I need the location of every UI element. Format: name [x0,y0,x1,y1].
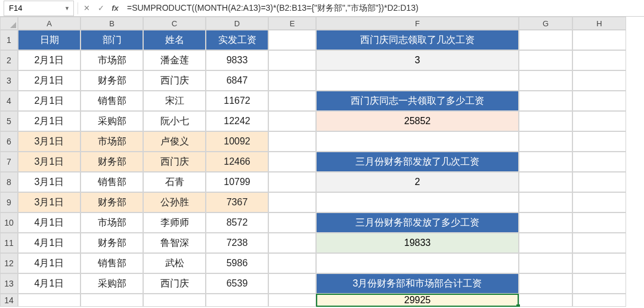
column-header-D[interactable]: D [206,17,268,30]
column-header-E[interactable]: E [268,17,316,30]
cell-H9[interactable] [572,192,626,212]
column-header-G[interactable]: G [519,17,572,30]
cell-A7[interactable]: 3月1日 [18,152,80,172]
cell-E3[interactable] [268,70,316,91]
column-header-B[interactable]: B [80,17,143,30]
cell-A11[interactable]: 4月1日 [18,233,80,253]
cancel-icon[interactable]: ✕ [79,1,94,16]
cell-D4[interactable]: 11672 [206,91,268,111]
cell-G12[interactable] [519,253,572,273]
cell-A10[interactable]: 4月1日 [18,212,80,233]
cell-A1[interactable]: 日期 [18,30,80,50]
cell-C9[interactable]: 公孙胜 [143,192,206,212]
row-header-8[interactable]: 8 [0,172,18,192]
cell-E1[interactable] [268,30,316,50]
cell-G11[interactable] [519,233,572,253]
cell-F12[interactable] [316,253,519,273]
cell-G14[interactable] [519,294,572,307]
select-all-corner[interactable] [0,17,18,30]
cell-C2[interactable]: 潘金莲 [143,50,206,70]
cell-E9[interactable] [268,192,316,212]
name-box[interactable]: F14 ▼ [4,1,74,16]
cell-D3[interactable]: 6847 [206,70,268,91]
confirm-icon[interactable]: ✓ [94,1,108,16]
cell-E11[interactable] [268,233,316,253]
column-header-F[interactable]: F [316,17,519,30]
cell-D10[interactable]: 8572 [206,212,268,233]
cell-F2[interactable]: 3 [316,50,519,70]
row-header-3[interactable]: 3 [0,70,18,91]
cell-A3[interactable]: 2月1日 [18,70,80,91]
cell-C10[interactable]: 李师师 [143,212,206,233]
cell-C11[interactable]: 鲁智深 [143,233,206,253]
cell-H12[interactable] [572,253,626,273]
cell-A13[interactable]: 4月1日 [18,273,80,294]
cell-D13[interactable]: 6539 [206,273,268,294]
cell-G10[interactable] [519,212,572,233]
cell-F8[interactable]: 2 [316,172,519,192]
cell-E13[interactable] [268,273,316,294]
row-header-9[interactable]: 9 [0,192,18,212]
cell-E4[interactable] [268,91,316,111]
row-header-14[interactable]: 14 [0,294,18,307]
cell-A4[interactable]: 2月1日 [18,91,80,111]
cell-D2[interactable]: 9833 [206,50,268,70]
cell-F6[interactable] [316,131,519,152]
cell-G9[interactable] [519,192,572,212]
cell-B14[interactable] [80,294,143,307]
cell-D5[interactable]: 12242 [206,111,268,131]
cell-A8[interactable]: 3月1日 [18,172,80,192]
cell-E14[interactable] [268,294,316,307]
cell-B2[interactable]: 市场部 [80,50,143,70]
cell-H5[interactable] [572,111,626,131]
cell-H8[interactable] [572,172,626,192]
row-header-11[interactable]: 11 [0,233,18,253]
cell-G13[interactable] [519,273,572,294]
row-header-5[interactable]: 5 [0,111,18,131]
row-header-10[interactable]: 10 [0,212,18,233]
cell-H7[interactable] [572,152,626,172]
cell-B10[interactable]: 市场部 [80,212,143,233]
cell-H14[interactable] [572,294,626,307]
cell-H6[interactable] [572,131,626,152]
cell-E8[interactable] [268,172,316,192]
cell-C5[interactable]: 阮小七 [143,111,206,131]
cell-H11[interactable] [572,233,626,253]
cell-A14[interactable] [18,294,80,307]
cell-C7[interactable]: 西门庆 [143,152,206,172]
cell-F11[interactable]: 19833 [316,233,519,253]
cell-C3[interactable]: 西门庆 [143,70,206,91]
cell-B6[interactable]: 市场部 [80,131,143,152]
cell-B13[interactable]: 采购部 [80,273,143,294]
cell-G7[interactable] [519,152,572,172]
cell-B8[interactable]: 销售部 [80,172,143,192]
cell-D9[interactable]: 7367 [206,192,268,212]
cell-E5[interactable] [268,111,316,131]
cell-H13[interactable] [572,273,626,294]
cell-F14[interactable]: 29925 [316,294,519,307]
row-header-7[interactable]: 7 [0,152,18,172]
row-header-2[interactable]: 2 [0,50,18,70]
row-header-1[interactable]: 1 [0,30,18,50]
row-header-12[interactable]: 12 [0,253,18,273]
cell-F1[interactable]: 西门庆同志领取了几次工资 [316,30,519,50]
cell-F10[interactable]: 三月份财务部发放了多少工资 [316,212,519,233]
cell-D14[interactable] [206,294,268,307]
fx-icon[interactable]: fx [108,1,122,16]
cell-F7[interactable]: 三月份财务部发放了几次工资 [316,152,519,172]
cell-C13[interactable]: 西门庆 [143,273,206,294]
row-header-13[interactable]: 13 [0,273,18,294]
column-header-C[interactable]: C [143,17,206,30]
cell-B11[interactable]: 财务部 [80,233,143,253]
cell-G1[interactable] [519,30,572,50]
cell-F9[interactable] [316,192,519,212]
cell-H1[interactable] [572,30,626,50]
cell-E12[interactable] [268,253,316,273]
spreadsheet-grid[interactable]: ABCDEFGH1日期部门姓名实发工资西门庆同志领取了几次工资22月1日市场部潘… [0,17,644,307]
cell-A9[interactable]: 3月1日 [18,192,80,212]
cell-G8[interactable] [519,172,572,192]
column-header-H[interactable]: H [572,17,626,30]
cell-D1[interactable]: 实发工资 [206,30,268,50]
cell-B7[interactable]: 财务部 [80,152,143,172]
cell-E10[interactable] [268,212,316,233]
